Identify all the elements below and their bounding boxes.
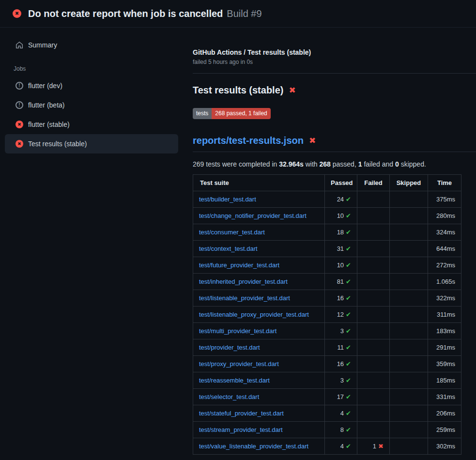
- suite-cell: test/context_test.dart: [193, 240, 325, 257]
- test-suite-link[interactable]: test/listenable_provider_test.dart: [199, 294, 290, 302]
- check-icon: ✔: [346, 311, 351, 318]
- sidebar-item-summary[interactable]: Summary: [5, 35, 178, 55]
- table-row: test/inherited_provider_test.dart81✔1.06…: [193, 273, 461, 290]
- summary-text: passed,: [331, 160, 358, 168]
- test-suite-link[interactable]: test/change_notifier_provider_test.dart: [199, 212, 307, 219]
- suite-cell: test/future_provider_test.dart: [193, 257, 325, 273]
- test-suite-link[interactable]: test/context_test.dart: [199, 245, 258, 252]
- summary-line: 269 tests were completed in 32.964s with…: [193, 160, 476, 168]
- test-suite-link[interactable]: test/multi_provider_test.dart: [199, 327, 276, 335]
- test-suite-link[interactable]: test/builder_test.dart: [199, 196, 256, 203]
- count-value: 10: [337, 212, 344, 219]
- sidebar-item-flutter-beta[interactable]: !flutter (beta): [5, 95, 178, 115]
- failed-cell: [357, 355, 390, 372]
- time-cell: 1.065s: [428, 273, 461, 290]
- test-suite-link[interactable]: test/selector_test.dart: [199, 393, 259, 400]
- skipped-cell: [390, 257, 428, 273]
- check-icon: ✔: [346, 196, 351, 203]
- count-value: 4: [340, 443, 344, 450]
- skipped-cell: [390, 224, 428, 240]
- failed-cell: [357, 257, 390, 273]
- report-file-heading: reports/test-results.json ✖: [193, 135, 476, 152]
- sidebar-item-label: flutter (beta): [28, 101, 64, 109]
- sidebar-item-flutter-dev[interactable]: !flutter (dev): [5, 76, 178, 95]
- col-header-passed: Passed: [325, 174, 357, 191]
- test-results-table: Test suite Passed Failed Skipped Time te…: [193, 174, 461, 455]
- table-row: test/change_notifier_provider_test.dart1…: [193, 207, 461, 224]
- time-cell: 324ms: [428, 224, 461, 240]
- count-value: 17: [337, 393, 344, 400]
- failed-cell: [357, 191, 390, 207]
- summary-text: 269 tests were completed in: [193, 160, 279, 168]
- passed-cell: 10✔: [325, 257, 357, 273]
- suite-cell: test/listenable_proxy_provider_test.dart: [193, 306, 325, 322]
- table-row: test/future_provider_test.dart10✔272ms: [193, 257, 461, 273]
- table-row: test/proxy_provider_test.dart16✔359ms: [193, 355, 461, 372]
- sidebar-item-label: flutter (dev): [28, 82, 62, 90]
- suite-cell: test/provider_test.dart: [193, 339, 325, 355]
- summary-text: with: [304, 160, 320, 168]
- failed-x-icon: ✖: [309, 137, 316, 145]
- passed-cell: 24✔: [325, 191, 357, 207]
- suite-cell: test/stream_provider_test.dart: [193, 421, 325, 438]
- test-suite-link[interactable]: test/consumer_test.dart: [199, 229, 265, 236]
- test-suite-link[interactable]: test/stateful_provider_test.dart: [199, 410, 284, 417]
- time-cell: 291ms: [428, 339, 461, 355]
- time-cell: 280ms: [428, 207, 461, 224]
- test-suite-link[interactable]: test/future_provider_test.dart: [199, 261, 279, 269]
- failed-cell: [357, 240, 390, 257]
- time-cell: 272ms: [428, 257, 461, 273]
- check-icon: ✔: [346, 344, 351, 351]
- passed-cell: 16✔: [325, 290, 357, 306]
- summary-duration: 32.964s: [279, 160, 304, 168]
- check-icon: ✔: [346, 278, 351, 285]
- passed-cell: 17✔: [325, 388, 357, 405]
- test-suite-link[interactable]: test/listenable_proxy_provider_test.dart: [199, 311, 309, 318]
- x-circle-icon: ✖: [15, 140, 23, 148]
- failed-x-icon: ✖: [289, 86, 295, 94]
- home-icon: [15, 41, 23, 49]
- report-file-link[interactable]: reports/test-results.json: [193, 135, 304, 146]
- failed-status-icon: ✖: [13, 9, 21, 18]
- main-content: GitHub Actions / Test results (stable) f…: [188, 28, 476, 455]
- sidebar-item-flutter-stable[interactable]: ✖flutter (stable): [5, 115, 178, 134]
- skipped-cell: [390, 207, 428, 224]
- time-cell: 375ms: [428, 191, 461, 207]
- test-suite-link[interactable]: test/value_listenable_provider_test.dart: [199, 443, 308, 450]
- count-value: 3: [340, 377, 344, 384]
- time-cell: 259ms: [428, 421, 461, 438]
- sidebar-item-label: Test results (stable): [28, 140, 87, 148]
- suite-cell: test/proxy_provider_test.dart: [193, 355, 325, 372]
- neutral-circle-icon: !: [15, 101, 23, 109]
- check-icon: ✔: [346, 377, 351, 384]
- summary-text: failed and: [362, 160, 396, 168]
- sidebar-item-test-results-stable[interactable]: ✖Test results (stable): [5, 134, 178, 153]
- summary-text: skipped.: [399, 160, 426, 168]
- passed-cell: 10✔: [325, 207, 357, 224]
- table-row: test/context_test.dart31✔644ms: [193, 240, 461, 257]
- count-value: 16: [337, 294, 344, 302]
- failed-cell: [357, 322, 390, 339]
- table-row: test/builder_test.dart24✔375ms: [193, 191, 461, 207]
- test-suite-link[interactable]: test/reassemble_test.dart: [199, 377, 270, 384]
- check-run-title: Test results (stable) ✖: [193, 85, 476, 96]
- skipped-cell: [390, 355, 428, 372]
- check-run-title-text: Test results (stable): [193, 85, 283, 96]
- test-suite-link[interactable]: test/proxy_provider_test.dart: [199, 360, 279, 368]
- test-suite-link[interactable]: test/provider_test.dart: [199, 344, 260, 351]
- skipped-cell: [390, 438, 428, 454]
- test-suite-link[interactable]: test/stream_provider_test.dart: [199, 426, 283, 433]
- skipped-cell: [390, 405, 428, 421]
- build-number: Build #9: [227, 8, 261, 19]
- check-icon: ✔: [346, 261, 351, 269]
- passed-cell: 3✔: [325, 372, 357, 388]
- count-value: 10: [337, 261, 344, 269]
- col-header-failed: Failed: [357, 174, 390, 191]
- passed-cell: 4✔: [325, 438, 357, 454]
- check-icon: ✔: [346, 426, 351, 433]
- skipped-cell: [390, 322, 428, 339]
- suite-cell: test/reassemble_test.dart: [193, 372, 325, 388]
- test-suite-link[interactable]: test/inherited_provider_test.dart: [199, 278, 288, 285]
- skipped-cell: [390, 421, 428, 438]
- failed-cell: [357, 421, 390, 438]
